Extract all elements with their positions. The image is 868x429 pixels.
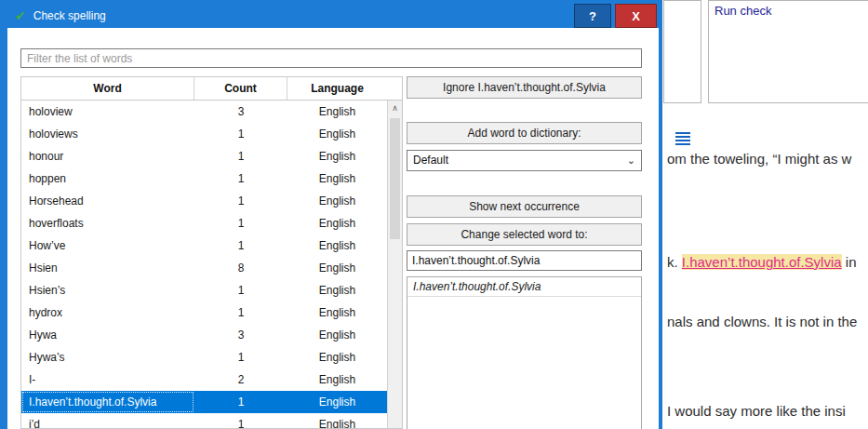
table-row[interactable]: honour1English	[21, 145, 387, 168]
count-cell[interactable]: 1	[194, 413, 287, 429]
dialog-body: Word Count Language holoview3Englishholo…	[7, 28, 659, 429]
word-cell[interactable]: hoverfloats	[21, 212, 194, 235]
chevron-down-icon: ⌄	[627, 151, 635, 170]
count-cell[interactable]: 1	[194, 145, 287, 168]
change-word-input[interactable]	[407, 250, 642, 271]
count-cell[interactable]: 1	[194, 168, 287, 190]
suggestion-item[interactable]: I.haven’t.thought.of.Sylvia	[407, 277, 641, 297]
count-cell[interactable]: 1	[194, 123, 287, 145]
change-word-button[interactable]: Change selected word to:	[407, 223, 642, 246]
check-icon: ✔	[15, 8, 26, 23]
background-panel-left	[663, 0, 701, 103]
close-button[interactable]: X	[615, 4, 657, 28]
count-cell[interactable]: 1	[194, 346, 287, 369]
language-cell[interactable]: English	[287, 279, 387, 302]
header-word[interactable]: Word	[21, 77, 194, 100]
document-line: nals and clowns. It is not in the	[667, 314, 857, 329]
table-scrollbar[interactable]: ∧	[387, 101, 402, 428]
add-to-dictionary-button[interactable]: Add word to dictionary:	[407, 122, 642, 144]
table-row[interactable]: I.haven’t.thought.of.Sylvia1English	[21, 391, 387, 413]
count-cell[interactable]: 1	[194, 391, 287, 413]
word-cell[interactable]: honour	[21, 145, 194, 168]
scrollbar-thumb[interactable]	[390, 118, 400, 239]
suggestion-list[interactable]: I.haven’t.thought.of.Sylvia	[407, 276, 642, 429]
count-cell[interactable]: 3	[194, 101, 287, 123]
count-cell[interactable]: 8	[194, 257, 287, 279]
table-header: Word Count Language	[21, 77, 402, 101]
table-row[interactable]: I-2English	[21, 369, 387, 391]
language-cell[interactable]: English	[287, 145, 387, 168]
count-cell[interactable]: 1	[194, 279, 287, 302]
ignore-word-button[interactable]: Ignore I.haven’t.thought.of.Sylvia	[407, 76, 642, 99]
dictionary-dropdown[interactable]: Default ⌄	[407, 150, 642, 171]
count-cell[interactable]: 3	[194, 324, 287, 346]
table-row[interactable]: How’ve1English	[21, 235, 387, 257]
dialog-title: Check spelling	[33, 9, 106, 22]
count-cell[interactable]: 1	[194, 190, 287, 212]
word-table-body: holoview3Englishholoviews1Englishhonour1…	[21, 101, 387, 428]
language-cell[interactable]: English	[287, 391, 387, 413]
language-cell[interactable]: English	[287, 101, 387, 123]
word-cell[interactable]: Hsien’s	[21, 279, 194, 302]
word-cell[interactable]: i’d	[21, 413, 194, 429]
word-cell[interactable]: Hywa’s	[21, 346, 194, 369]
word-cell[interactable]: hydrox	[21, 302, 194, 324]
language-cell[interactable]: English	[287, 346, 387, 369]
dialog-titlebar[interactable]: ✔ Check spelling ? X	[7, 4, 659, 28]
count-cell[interactable]: 1	[194, 302, 287, 324]
filter-input[interactable]	[20, 48, 642, 68]
language-cell[interactable]: English	[287, 324, 387, 346]
text-align-icon	[675, 132, 690, 147]
check-spelling-dialog: ✔ Check spelling ? X Word Count Language…	[0, 0, 662, 429]
document-line: om the toweling, “I might as w	[667, 151, 851, 167]
table-row[interactable]: holoview3English	[21, 101, 387, 123]
table-row[interactable]: Horsehead1English	[21, 190, 387, 212]
screen: Run check om the toweling, “I might as w…	[0, 0, 868, 429]
language-cell[interactable]: English	[287, 212, 387, 235]
language-cell[interactable]: English	[287, 413, 387, 429]
table-row[interactable]: i’d1English	[21, 413, 387, 429]
word-cell[interactable]: How’ve	[21, 235, 194, 257]
word-cell[interactable]: holoview	[21, 101, 194, 123]
word-cell[interactable]: holoviews	[21, 123, 194, 145]
count-cell[interactable]: 1	[194, 212, 287, 235]
word-cell[interactable]: Hywa	[21, 324, 194, 346]
language-cell[interactable]: English	[287, 369, 387, 391]
table-row[interactable]: Hsien8English	[21, 257, 387, 279]
language-cell[interactable]: English	[287, 302, 387, 324]
misspelled-word-highlight: I.haven’t.thought.of.Sylvia	[682, 254, 842, 270]
table-row[interactable]: hydrox1English	[21, 302, 387, 324]
word-cell[interactable]: Horsehead	[21, 190, 194, 212]
run-check-button[interactable]: Run check	[709, 1, 868, 20]
table-row[interactable]: Hywa’s1English	[21, 346, 387, 369]
table-row[interactable]: holoviews1English	[21, 123, 387, 145]
table-row[interactable]: Hywa3English	[21, 324, 387, 346]
scroll-up-button[interactable]: ∧	[388, 101, 402, 116]
language-cell[interactable]: English	[287, 235, 387, 257]
word-cell[interactable]: hoppen	[21, 168, 194, 190]
word-cell[interactable]: Hsien	[21, 257, 194, 279]
language-cell[interactable]: English	[287, 168, 387, 190]
header-language[interactable]: Language	[287, 77, 387, 100]
background-panel-right: Run check	[708, 0, 868, 103]
language-cell[interactable]: English	[287, 123, 387, 145]
dictionary-selected-value: Default	[413, 154, 448, 167]
word-cell[interactable]: I.haven’t.thought.of.Sylvia	[21, 391, 194, 413]
help-button[interactable]: ?	[574, 4, 611, 28]
word-table: Word Count Language holoview3Englishholo…	[20, 76, 403, 429]
table-row[interactable]: hoppen1English	[21, 168, 387, 190]
language-cell[interactable]: English	[287, 190, 387, 212]
header-count[interactable]: Count	[194, 77, 287, 100]
table-row[interactable]: hoverfloats1English	[21, 212, 387, 235]
language-cell[interactable]: English	[287, 257, 387, 279]
count-cell[interactable]: 2	[194, 369, 287, 391]
count-cell[interactable]: 1	[194, 235, 287, 257]
show-next-occurrence-button[interactable]: Show next occurrence	[407, 195, 642, 218]
document-line: I would say more like the insi	[667, 403, 846, 419]
word-cell[interactable]: I-	[21, 369, 194, 391]
table-row[interactable]: Hsien’s1English	[21, 279, 387, 302]
document-line-highlighted: k. I.haven’t.thought.of.Sylvia in	[667, 254, 856, 270]
